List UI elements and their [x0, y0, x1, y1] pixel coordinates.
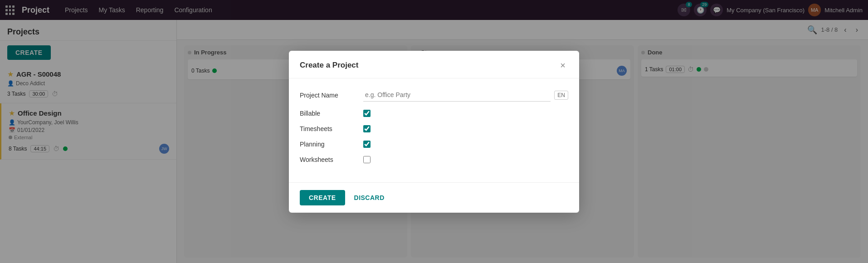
timesheets-label: Timesheets: [300, 125, 363, 132]
planning-label: Planning: [300, 141, 363, 148]
modal-title: Create a Project: [300, 61, 358, 70]
planning-row: Planning: [300, 141, 568, 148]
billable-row: Billable: [300, 110, 568, 117]
timesheets-checkbox-wrap: [363, 125, 568, 132]
timesheets-row: Timesheets: [300, 125, 568, 132]
timesheets-checkbox[interactable]: [363, 125, 371, 132]
planning-checkbox[interactable]: [363, 141, 371, 148]
modal-close-button[interactable]: ×: [557, 60, 568, 71]
modal-overlay: Create a Project × Project Name EN Billa…: [0, 0, 868, 263]
project-name-input-wrap: EN: [363, 89, 568, 102]
modal-create-button[interactable]: CREATE: [300, 190, 345, 205]
worksheets-row: Worksheets: [300, 156, 568, 163]
worksheets-checkbox[interactable]: [363, 156, 371, 163]
billable-checkbox-wrap: [363, 110, 568, 117]
modal-footer: CREATE DISCARD: [289, 182, 579, 213]
planning-checkbox-wrap: [363, 141, 568, 148]
create-project-modal: Create a Project × Project Name EN Billa…: [289, 51, 579, 213]
modal-body: Project Name EN Billable Timesheets: [289, 78, 579, 182]
billable-label: Billable: [300, 110, 363, 117]
worksheets-label: Worksheets: [300, 156, 363, 163]
modal-discard-button[interactable]: DISCARD: [349, 190, 390, 205]
lang-badge: EN: [554, 91, 568, 100]
billable-checkbox[interactable]: [363, 110, 371, 117]
project-name-row: Project Name EN: [300, 89, 568, 102]
project-name-input[interactable]: [363, 89, 551, 102]
project-name-label: Project Name: [300, 92, 363, 99]
modal-header: Create a Project ×: [289, 51, 579, 78]
worksheets-checkbox-wrap: [363, 156, 568, 163]
